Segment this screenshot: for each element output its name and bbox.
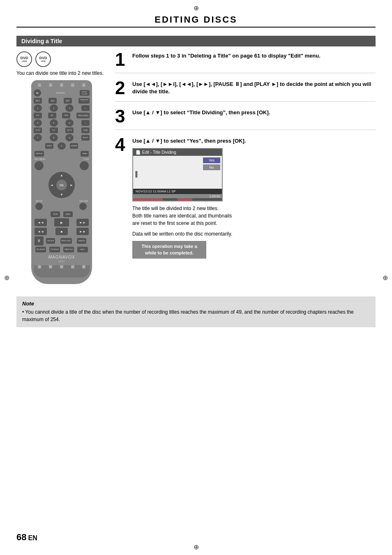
nav-up[interactable]: ▲ bbox=[60, 173, 63, 177]
standby-row: ⏻ SOURCE OPEN/CLOSE bbox=[34, 89, 90, 97]
btn-dream[interactable]: DREAM bbox=[70, 143, 78, 149]
bottom-dot-5 bbox=[82, 265, 85, 268]
operation-note-line1: This operation may take a bbox=[141, 244, 197, 249]
edit-dialog-body: ‖ Yes No bbox=[133, 156, 222, 189]
btn-pcrs[interactable]: PCRS bbox=[34, 127, 42, 133]
num-row-1: REC AVC DST TRACKING+ bbox=[34, 98, 90, 104]
btn-display[interactable]: DISPLAY bbox=[35, 151, 44, 157]
bottom-dot-4 bbox=[71, 265, 74, 268]
btn-dst[interactable]: DST bbox=[64, 98, 72, 104]
page-number-area: 68 EN bbox=[16, 532, 37, 543]
nav-right[interactable]: ► bbox=[70, 183, 73, 187]
open-close-button[interactable]: OPEN/CLOSE bbox=[80, 90, 90, 96]
edit-dialog-title: Edit - Title Dividing bbox=[142, 150, 176, 155]
step-1-content: Follow steps 1 to 3 in "Deleting a Title… bbox=[132, 51, 376, 69]
right-column: 1 Follow steps 1 to 3 in "Deleting a Tit… bbox=[115, 46, 376, 284]
btn-pause[interactable]: ⏸ bbox=[35, 236, 44, 245]
btn-timer[interactable]: TIMER bbox=[81, 151, 89, 157]
section-header: Dividing a Title bbox=[16, 36, 376, 46]
btn-mhd[interactable]: MHD bbox=[62, 113, 70, 118]
nav-left[interactable]: ◄ bbox=[50, 183, 53, 187]
btn-tel-mode[interactable]: TEL MODE bbox=[35, 247, 46, 252]
btn-tuv[interactable]: TUV bbox=[50, 127, 58, 133]
btn-audio[interactable]: AUDIO bbox=[81, 135, 90, 141]
note-text: • You cannot divide a title of the disc … bbox=[22, 308, 370, 323]
btn-dir[interactable]: DIR bbox=[34, 113, 42, 118]
btn-rewind[interactable]: ◄◄ bbox=[35, 219, 47, 226]
num-row-456: 4 5 6 − bbox=[34, 119, 90, 127]
btn-rec[interactable]: REC bbox=[34, 98, 42, 104]
btn-1[interactable]: 1 bbox=[34, 104, 42, 112]
btn-vcr[interactable]: VCR bbox=[51, 211, 60, 217]
left-column: DVD +RW DVD -RW You can divide one title… bbox=[16, 46, 107, 284]
btn-mfrd-play[interactable]: MFRD PLAY bbox=[60, 238, 72, 244]
btn-4[interactable]: 4 bbox=[34, 119, 42, 127]
bottom-dot-1 bbox=[38, 265, 41, 268]
btn-timer-set[interactable]: TIMER SET bbox=[63, 247, 74, 252]
btn-next[interactable]: ►► bbox=[76, 228, 89, 235]
prog-seg-3 bbox=[178, 198, 192, 201]
page-lang: EN bbox=[28, 534, 37, 542]
progress-bar bbox=[133, 198, 222, 201]
step-2: 2 Use [◄◄], [►►i], [◄◄], [►►], [PAUSE ⏸]… bbox=[115, 79, 376, 102]
btn-minus2[interactable]: − bbox=[81, 120, 90, 126]
nav-outer[interactable]: ▲ ▼ ◄ ► OK bbox=[48, 172, 75, 198]
step-4: 4 Use [▲ / ▼] to select “Yes”, then pres… bbox=[115, 136, 376, 263]
standby-button[interactable]: ⏻ bbox=[34, 89, 41, 97]
page-number: 68 bbox=[16, 532, 26, 543]
bottom-dot-3 bbox=[60, 265, 63, 268]
btn-home[interactable]: HOME bbox=[81, 127, 90, 133]
num-row-pcrs: PCRS TUV WXYZ HOME bbox=[34, 127, 90, 133]
option-no[interactable]: No bbox=[203, 164, 220, 170]
btn-tracking2[interactable]: TRACKING bbox=[76, 113, 90, 118]
btn-dec-menu[interactable] bbox=[35, 161, 44, 170]
btn-3hl[interactable]: 3HL bbox=[48, 113, 56, 118]
btn-6[interactable]: 6 bbox=[65, 119, 74, 127]
remote-bottom-area bbox=[34, 265, 90, 278]
title-label: TITLE bbox=[83, 158, 89, 160]
btn-title[interactable] bbox=[80, 161, 89, 170]
operation-note-line2: while to be completed. bbox=[145, 250, 194, 255]
step-3-text: Use [▲ / ▼] to select “Title Dividing”, … bbox=[132, 109, 376, 116]
remote-control: ⏻ SOURCE OPEN/CLOSE REC AVC DST TRACKING… bbox=[31, 80, 92, 284]
btn-setup[interactable] bbox=[35, 203, 43, 210]
btn-5[interactable]: 5 bbox=[50, 119, 58, 127]
btn-7[interactable]: 7 bbox=[34, 134, 42, 141]
num-pad-area: REC AVC DST TRACKING+ 1 2 3 − DIR 3HL bbox=[34, 98, 90, 150]
btn-avc[interactable]: AVC bbox=[48, 98, 57, 104]
btn-return[interactable] bbox=[79, 203, 87, 210]
main-content: DVD +RW DVD -RW You can divide one title… bbox=[16, 46, 376, 284]
btn-9[interactable]: 9 bbox=[65, 134, 74, 141]
remote-wrapper: ⏻ SOURCE OPEN/CLOSE REC AVC DST TRACKING… bbox=[16, 80, 107, 284]
btn-p-sliding[interactable]: P-SLIDING bbox=[49, 247, 60, 252]
btn-misc[interactable]: MISC bbox=[77, 247, 88, 252]
btn-dvd[interactable]: DVD bbox=[63, 211, 73, 217]
btn-stop[interactable]: ■ bbox=[55, 228, 68, 235]
btn-wxyz[interactable]: WXYZ bbox=[65, 127, 74, 133]
reg-mark-right: ⊕ bbox=[383, 274, 388, 282]
btn-tracking-minus[interactable]: − bbox=[81, 105, 90, 111]
btn-cm-skip[interactable]: CM SKIP bbox=[46, 238, 55, 244]
dvd-sub-1: +RW bbox=[21, 60, 27, 62]
btn-8[interactable]: 8 bbox=[50, 134, 58, 141]
btn-2[interactable]: 2 bbox=[50, 104, 58, 112]
btn-search[interactable]: SEARCH bbox=[77, 238, 86, 244]
btn-space[interactable]: SPACE bbox=[45, 143, 53, 149]
btn-0[interactable]: 0 bbox=[58, 142, 66, 150]
top-dot-1 bbox=[38, 83, 41, 87]
source-label: SOURCE bbox=[56, 92, 65, 94]
num-row-123: 1 2 3 − bbox=[34, 104, 90, 112]
btn-ffwd[interactable]: ►► bbox=[76, 219, 89, 226]
remote-top-dots bbox=[34, 83, 90, 87]
btn-play[interactable]: ► bbox=[54, 218, 69, 227]
model-label: NB987 bbox=[34, 260, 90, 263]
btn-tracking[interactable]: TRACKING+ bbox=[78, 98, 90, 104]
return-label: RETURN bbox=[79, 200, 88, 202]
after-line3: are reset to the first scene at this poi… bbox=[132, 220, 376, 227]
btn-prev[interactable]: ◄◄ bbox=[35, 228, 47, 235]
option-yes[interactable]: Yes bbox=[203, 157, 220, 163]
btn-3[interactable]: 3 bbox=[65, 104, 74, 112]
ok-button[interactable]: OK bbox=[56, 180, 67, 190]
nav-down[interactable]: ▼ bbox=[60, 193, 63, 197]
left-description: You can divide one title into 2 new titl… bbox=[16, 70, 107, 76]
